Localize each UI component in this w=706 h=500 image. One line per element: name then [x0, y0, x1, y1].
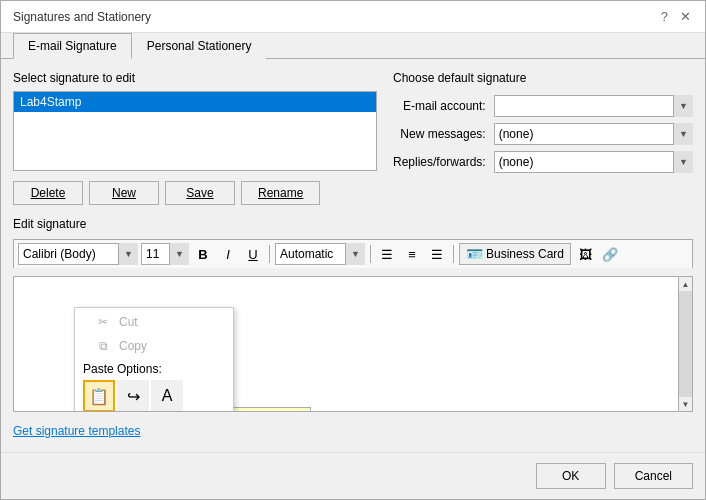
align-center-button[interactable]: ≡ [401, 243, 423, 265]
toolbar-divider-3 [453, 245, 454, 263]
select-sig-label: Select signature to edit [13, 71, 377, 85]
size-select-wrapper: 11 ▼ [141, 243, 189, 265]
email-account-label: E-mail account: [393, 99, 486, 113]
cut-icon: ✂ [95, 315, 111, 329]
scroll-track[interactable] [679, 291, 693, 397]
title-bar: Signatures and Stationery ? ✕ [1, 1, 705, 33]
toolbar-divider-1 [269, 245, 270, 263]
two-column-layout: Select signature to edit Lab4Stamp Delet… [13, 71, 693, 205]
edit-area: ▲ ▼ ✂ Cut ⧉ Copy Paste Options: [13, 276, 693, 412]
keep-source-icon: 📋 [89, 387, 109, 406]
scroll-down-arrow[interactable]: ▼ [679, 397, 693, 411]
email-account-select-wrapper: ▼ [494, 95, 693, 117]
signature-item[interactable]: Lab4Stamp [14, 92, 376, 112]
paste-keep-source-btn[interactable]: 📋 [83, 380, 115, 412]
picture-icon: 🖼 [579, 247, 592, 262]
tabs: E-mail Signature Personal Stationery [1, 33, 705, 59]
font-select-wrapper: Calibri (Body) ▼ [18, 243, 138, 265]
ok-button[interactable]: OK [536, 463, 606, 489]
paste-options-section: Paste Options: 📋 ↪ A [75, 358, 233, 412]
text-icon: A [162, 387, 173, 405]
replies-label: Replies/forwards: [393, 155, 486, 169]
size-select[interactable]: 11 [141, 243, 189, 265]
scroll-up-arrow[interactable]: ▲ [679, 277, 693, 291]
default-sig-grid: E-mail account: ▼ New messages: (none) ▼ [393, 95, 693, 173]
business-card-label: Business Card [486, 247, 564, 261]
cancel-button[interactable]: Cancel [614, 463, 693, 489]
new-messages-select[interactable]: (none) [494, 123, 693, 145]
replies-select-wrapper: (none) ▼ [494, 151, 693, 173]
new-messages-label: New messages: [393, 127, 486, 141]
align-left-button[interactable]: ☰ [376, 243, 398, 265]
signature-toolbar: Calibri (Body) ▼ 11 ▼ B I U Automatic ▼ [13, 239, 693, 268]
get-signature-link[interactable]: Get signature templates [13, 424, 140, 438]
dialog-title: Signatures and Stationery [13, 10, 151, 32]
replies-select[interactable]: (none) [494, 151, 693, 173]
help-button[interactable]: ? [659, 9, 670, 24]
toolbar-divider-2 [370, 245, 371, 263]
signature-buttons: Delete New Save Rename [13, 181, 377, 205]
copy-icon: ⧉ [95, 339, 111, 353]
scrollbar: ▲ ▼ [678, 277, 692, 411]
choose-default-label: Choose default signature [393, 71, 693, 85]
ctx-cut[interactable]: ✂ Cut [75, 310, 233, 334]
paste-text-btn[interactable]: A [151, 380, 183, 412]
merge-icon: ↪ [127, 387, 140, 406]
paste-options-label: Paste Options: [83, 362, 225, 376]
email-account-select[interactable] [494, 95, 693, 117]
paste-icons: 📋 ↪ A [83, 380, 225, 412]
bold-button[interactable]: B [192, 243, 214, 265]
dialog: Signatures and Stationery ? ✕ E-mail Sig… [0, 0, 706, 500]
italic-button[interactable]: I [217, 243, 239, 265]
tab-personal-stationery[interactable]: Personal Stationery [132, 33, 267, 59]
tab-email-signature[interactable]: E-mail Signature [13, 33, 132, 59]
ctx-copy[interactable]: ⧉ Copy [75, 334, 233, 358]
save-button[interactable]: Save [165, 181, 235, 205]
main-content: Select signature to edit Lab4Stamp Delet… [1, 59, 705, 452]
ctx-cut-label: Cut [119, 315, 138, 329]
font-select[interactable]: Calibri (Body) [18, 243, 138, 265]
hyperlink-icon: 🔗 [602, 247, 618, 262]
signature-listbox[interactable]: Lab4Stamp [13, 91, 377, 171]
bottom-section: Get signature templates [13, 420, 693, 440]
align-right-button[interactable]: ☰ [426, 243, 448, 265]
left-column: Select signature to edit Lab4Stamp Delet… [13, 71, 377, 205]
dialog-footer: OK Cancel [1, 452, 705, 499]
new-button[interactable]: New [89, 181, 159, 205]
business-card-icon: 🪪 [466, 246, 483, 262]
rename-button[interactable]: Rename [241, 181, 320, 205]
new-messages-select-wrapper: (none) ▼ [494, 123, 693, 145]
close-button[interactable]: ✕ [678, 9, 693, 24]
context-menu: ✂ Cut ⧉ Copy Paste Options: 📋 ↪ [74, 307, 234, 412]
paste-merge-btn[interactable]: ↪ [117, 380, 149, 412]
edit-sig-label: Edit signature [13, 217, 693, 231]
ctx-copy-label: Copy [119, 339, 147, 353]
insert-hyperlink-button[interactable]: 🔗 [599, 243, 621, 265]
delete-button[interactable]: Delete [13, 181, 83, 205]
title-buttons: ? ✕ [659, 9, 693, 32]
color-select[interactable]: Automatic [275, 243, 365, 265]
underline-button[interactable]: U [242, 243, 264, 265]
color-select-wrapper: Automatic ▼ [275, 243, 365, 265]
insert-picture-button[interactable]: 🖼 [574, 243, 596, 265]
right-column: Choose default signature E-mail account:… [393, 71, 693, 205]
business-card-button[interactable]: 🪪 Business Card [459, 243, 571, 265]
